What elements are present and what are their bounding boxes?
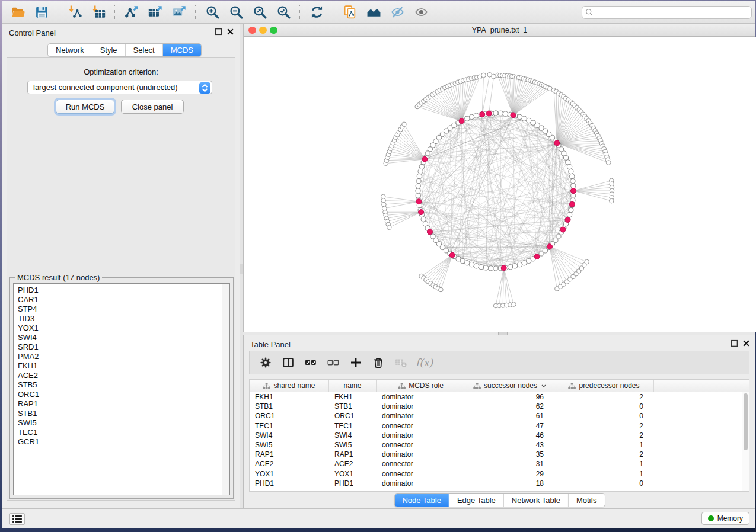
result-node[interactable]: PHD1 [18,286,229,295]
result-node[interactable]: SWI5 [18,418,229,428]
cell-name: PHD1 [329,479,377,488]
mcds-result-title: MCDS result (17 nodes) [15,273,102,282]
export-image-button[interactable] [169,4,189,21]
float-table-panel-icon[interactable] [731,339,738,347]
table-scrollbar-thumb[interactable] [744,393,748,450]
table-row[interactable]: ACE2ACE2connector311 [250,459,749,469]
export-table-icon [148,5,163,20]
column-header-predecessor-nodes[interactable]: predecessor nodes [554,380,654,392]
select-all-rows-button[interactable] [302,354,320,371]
criterion-dropdown[interactable]: largest connected component (undirected) [27,81,212,94]
result-node[interactable]: STB5 [18,380,229,390]
column-header-successor-nodes[interactable]: successor nodes [465,380,554,392]
table-options-button[interactable] [257,354,275,371]
apply-layout-button[interactable] [307,4,327,21]
table-row[interactable]: YOX1YOX1connector291 [250,469,749,479]
search-input[interactable] [582,6,752,19]
mcds-result-list[interactable]: PHD1CAR1STP4TID3YOX1SWI4SRD1PMA2FKH1ACE2… [13,283,230,495]
save-session-button[interactable] [31,4,52,21]
show-all-button[interactable] [411,4,431,21]
cell-successor-nodes: 96 [465,392,554,402]
close-panel-button[interactable]: Close panel [121,100,184,114]
network-graph [244,37,756,332]
task-list-icon [12,515,23,523]
result-node[interactable]: RAP1 [18,399,229,409]
create-column-button[interactable] [347,354,365,371]
memory-button[interactable]: Memory [701,512,749,525]
tab-network[interactable]: Network [48,44,92,56]
result-node[interactable]: YOX1 [18,323,229,333]
tree-icon [473,383,481,389]
import-table-button[interactable] [88,4,109,21]
create-column-icon [350,357,362,368]
delete-columns-button[interactable] [369,354,387,371]
import-network-button[interactable] [65,4,85,21]
tab-style[interactable]: Style [92,44,125,56]
table-row[interactable]: STB1STB1dominator620 [250,402,749,411]
result-node[interactable]: STB1 [18,409,229,418]
result-node[interactable]: GCR1 [18,437,229,447]
result-node[interactable]: ACE2 [18,371,229,380]
table-row[interactable]: FKH1FKH1dominator962 [250,392,749,402]
tab-network-table[interactable]: Network Table [503,494,568,507]
network-canvas[interactable] [244,37,756,332]
result-node[interactable]: SRD1 [18,342,229,352]
column-header-mcds-role[interactable]: MCDS role [377,380,465,392]
cell-mcds-role: dominator [377,402,465,411]
new-network-from-selection-button[interactable] [340,4,360,21]
select-all-rows-icon [305,357,317,368]
column-header-shared-name[interactable]: shared name [250,380,329,392]
tab-motifs[interactable]: Motifs [568,494,605,507]
hide-selected-button[interactable] [387,4,407,21]
cell-mcds-role: dominator [377,479,465,488]
table-row[interactable]: TEC1TEC1connector472 [250,421,749,431]
zoom-in-button[interactable] [202,4,222,21]
close-table-panel-icon[interactable] [742,339,750,347]
open-file-button[interactable] [8,4,28,21]
table-row[interactable]: PHD1PHD1dominator180 [250,479,749,488]
cell-name: SWI4 [329,431,377,440]
first-neighbors-button[interactable] [363,4,384,21]
cell-successor-nodes: 43 [465,440,554,450]
table-body: FKH1FKH1dominator962STB1STB1dominator620… [250,392,749,488]
tab-edge-table[interactable]: Edge Table [449,494,503,507]
result-node[interactable]: STP4 [18,305,229,314]
open-file-icon [11,5,25,20]
result-node[interactable]: FKH1 [18,361,229,371]
zoom-selected-button[interactable] [273,4,294,21]
table-row[interactable]: ORC1ORC1dominator610 [250,411,749,421]
export-network-button[interactable] [122,4,142,21]
result-node[interactable]: SWI4 [18,333,229,342]
close-panel-icon[interactable] [227,28,234,36]
result-list-scrollbar[interactable] [222,284,229,495]
table-row[interactable]: RAP1RAP1dominator352 [250,450,749,459]
result-node[interactable]: PMA2 [18,352,229,361]
toggle-columns-button[interactable] [279,354,297,371]
run-mcds-button[interactable]: Run MCDS [56,100,114,114]
tab-mcds[interactable]: MCDS [162,44,201,56]
mcds-panel: Optimization criterion: largest connecte… [7,57,235,501]
zoom-fit-icon [253,5,267,20]
result-node[interactable]: CAR1 [18,295,229,305]
zoom-selected-icon [276,5,291,20]
result-node[interactable]: TEC1 [18,428,229,437]
result-node[interactable]: ORC1 [18,390,229,399]
delete-table-icon [395,357,407,368]
zoom-out-button[interactable] [226,4,246,21]
export-table-button[interactable] [145,4,165,21]
zoom-fit-button[interactable] [250,4,270,21]
table-scrollbar[interactable] [742,392,749,491]
task-history-button[interactable] [9,513,25,525]
result-node[interactable]: TID3 [18,314,229,323]
cell-successor-nodes: 35 [465,450,554,459]
cell-predecessor-nodes: 1 [554,469,654,479]
table-row[interactable]: SWI4SWI4dominator462 [250,431,749,440]
tab-select[interactable]: Select [125,44,162,56]
deselect-all-rows-button[interactable] [324,354,342,371]
memory-label: Memory [717,514,743,523]
cell-mcds-role: dominator [377,450,465,459]
table-row[interactable]: SWI5SWI5connector431 [250,440,749,450]
float-panel-icon[interactable] [215,28,222,36]
column-header-name[interactable]: name [329,380,377,392]
tab-node-table[interactable]: Node Table [394,494,449,507]
